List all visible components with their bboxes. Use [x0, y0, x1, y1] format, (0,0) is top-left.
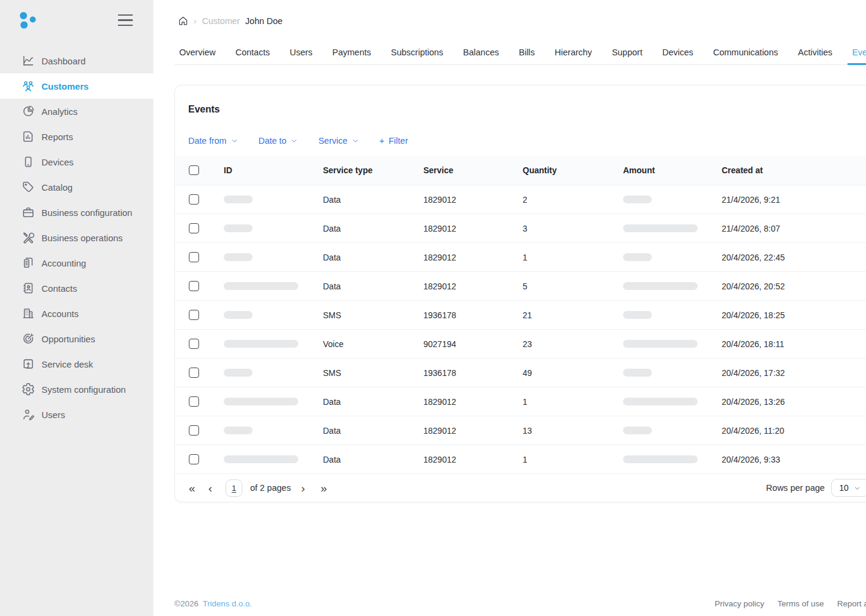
events-panel: Events + Event Date fromDate toService+F… — [174, 85, 866, 502]
tab-bills[interactable]: Bills — [519, 48, 535, 64]
sidebar-item-business-configuration[interactable]: Business configuration — [0, 200, 153, 225]
target-icon — [22, 332, 35, 345]
cell-service-type: Voice — [323, 339, 423, 349]
sidebar-item-contacts[interactable]: Contacts — [0, 276, 153, 301]
footer-link-privacy-policy[interactable]: Privacy policy — [714, 599, 764, 608]
id-placeholder — [224, 427, 253, 434]
filter-service[interactable]: Service — [318, 136, 358, 146]
tab-users[interactable]: Users — [290, 48, 313, 64]
home-icon[interactable] — [178, 16, 188, 26]
rows-per-page-select[interactable]: 10 — [831, 479, 866, 497]
filter-date-to[interactable]: Date to — [259, 136, 298, 146]
tab-events[interactable]: Events — [852, 48, 866, 64]
page-footer: ©2026 Tridens d.o.o. Privacy policyTerms… — [174, 599, 866, 608]
tab-hierarchy[interactable]: Hierarchy — [554, 48, 592, 64]
table-header-row: IDService typeServiceQuantityAmountCreat… — [175, 156, 866, 185]
sidebar-item-devices[interactable]: Devices — [0, 149, 153, 174]
sidebar-item-accounts[interactable]: Accounts — [0, 301, 153, 326]
row-checkbox[interactable] — [189, 454, 199, 464]
tab-payments[interactable]: Payments — [333, 48, 371, 64]
column-header-service: Service — [423, 165, 523, 175]
menu-toggle-icon[interactable] — [118, 14, 133, 26]
tab-activities[interactable]: Activities — [798, 48, 832, 64]
last-page-button[interactable]: » — [321, 482, 327, 494]
amount-placeholder — [623, 398, 698, 405]
tab-support[interactable]: Support — [612, 48, 642, 64]
cell-created-at: 21/4/2026, 8:07 — [722, 224, 821, 233]
sidebar-item-label: Users — [41, 410, 65, 420]
sidebar-item-accounting[interactable]: Accounting — [0, 250, 153, 276]
sidebar-item-opportunities[interactable]: Opportunities — [0, 326, 153, 351]
cell-service-type: SMS — [323, 368, 423, 378]
sidebar-item-system-configuration[interactable]: System configuration — [0, 377, 153, 402]
column-header-quantity: Quantity — [523, 165, 623, 175]
cell-created-at: 21/4/2026, 9:21 — [722, 195, 821, 205]
row-checkbox[interactable] — [189, 339, 199, 349]
company-link[interactable]: Tridens d.o.o. — [203, 599, 252, 608]
row-checkbox[interactable] — [189, 252, 199, 262]
footer-link-terms-of-use[interactable]: Terms of use — [778, 599, 824, 608]
first-page-button[interactable]: « — [189, 482, 195, 494]
sidebar-header — [0, 0, 153, 40]
next-page-button[interactable]: › — [301, 482, 305, 494]
cell-service: 1829012 — [423, 455, 523, 464]
sidebar-item-label: Service desk — [41, 359, 93, 369]
sidebar-item-label: Dashboard — [41, 56, 85, 66]
sidebar-item-customers[interactable]: Customers — [0, 73, 153, 99]
sidebar-item-catalog[interactable]: Catalog — [0, 174, 153, 200]
tab-devices[interactable]: Devices — [662, 48, 693, 64]
filter-date-from[interactable]: Date from — [188, 136, 238, 146]
id-placeholder — [224, 455, 298, 463]
cell-quantity: 5 — [523, 282, 623, 291]
current-page-box[interactable]: 1 — [226, 479, 242, 497]
row-checkbox[interactable] — [189, 223, 199, 233]
tab-overview[interactable]: Overview — [179, 48, 215, 64]
previous-page-button[interactable]: ‹ — [209, 482, 212, 494]
cell-service-type: Data — [323, 253, 423, 262]
row-checkbox[interactable] — [189, 281, 199, 291]
sidebar-item-users[interactable]: Users — [0, 402, 153, 427]
cell-created-at: 20/4/2026, 11:20 — [722, 426, 821, 436]
cell-quantity: 2 — [523, 195, 623, 205]
sidebar-item-label: Catalog — [41, 182, 73, 192]
row-checkbox[interactable] — [189, 396, 199, 407]
id-placeholder — [224, 253, 253, 261]
current-page-value: 1 — [232, 484, 236, 493]
sidebar-item-analytics[interactable]: Analytics — [0, 99, 153, 124]
cell-service: 1829012 — [423, 224, 523, 233]
tab-communications[interactable]: Communications — [713, 48, 778, 64]
main-content: › Customer John Doe OverviewContactsUser… — [153, 0, 866, 616]
cell-created-at: 20/4/2026, 17:32 — [722, 368, 821, 378]
cell-service: 1829012 — [423, 253, 523, 262]
row-checkbox[interactable] — [189, 310, 199, 320]
reports-icon — [22, 130, 35, 143]
tab-balances[interactable]: Balances — [463, 48, 499, 64]
amount-placeholder — [623, 224, 698, 232]
analytics-icon — [22, 105, 35, 118]
sidebar-item-reports[interactable]: Reports — [0, 124, 153, 149]
tab-subscriptions[interactable]: Subscriptions — [391, 48, 443, 64]
cell-quantity: 1 — [523, 253, 623, 262]
dashboard-icon — [22, 54, 35, 67]
select-all-checkbox[interactable] — [189, 165, 199, 176]
row-checkbox[interactable] — [189, 368, 199, 378]
table-row: SMS19361784920/4/2026, 17:32 — [175, 358, 866, 387]
chevron-down-icon — [352, 137, 359, 144]
row-checkbox[interactable] — [189, 425, 199, 436]
sidebar-item-business-operations[interactable]: Business operations — [0, 225, 153, 250]
add-filter-button[interactable]: +Filter — [379, 136, 408, 146]
tab-contacts[interactable]: Contacts — [235, 48, 269, 64]
row-checkbox[interactable] — [189, 194, 199, 205]
sidebar-item-label: Reports — [41, 132, 73, 142]
customer-tabs: OverviewContactsUsersPaymentsSubscriptio… — [174, 48, 866, 65]
sidebar-item-service-desk[interactable]: Service desk — [0, 351, 153, 377]
id-placeholder — [224, 398, 298, 405]
sidebar-item-label: Accounting — [41, 258, 86, 268]
table-row: Data1829012520/4/2026, 20:52 — [175, 271, 866, 300]
cell-service-type: Data — [323, 426, 423, 436]
breadcrumb: › Customer John Doe — [174, 16, 866, 26]
amount-placeholder — [623, 253, 652, 261]
footer-link-report-a-ticket[interactable]: Report a ticket — [837, 599, 866, 608]
id-placeholder — [224, 224, 253, 232]
sidebar-item-dashboard[interactable]: Dashboard — [0, 48, 153, 73]
